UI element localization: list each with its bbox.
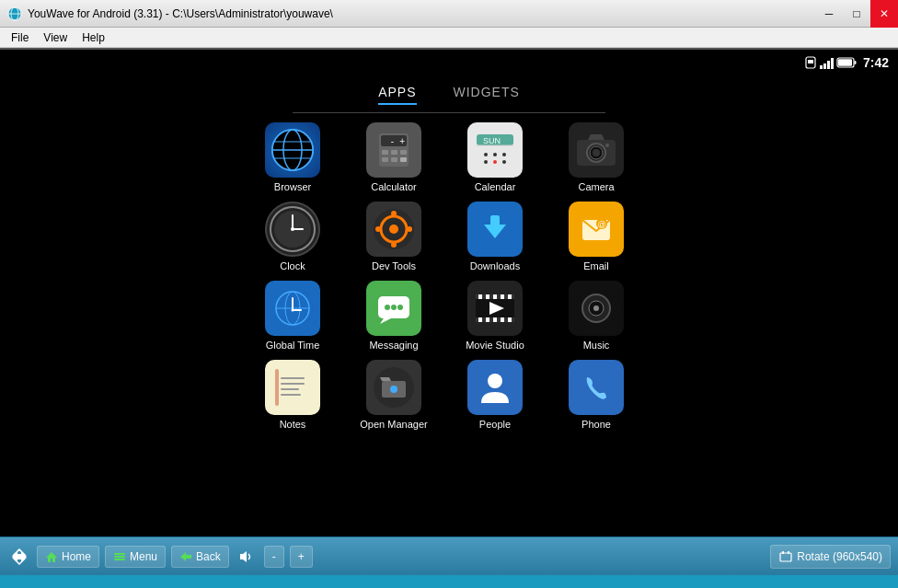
people-icon: [467, 360, 523, 415]
notes-label: Notes: [280, 419, 306, 430]
app-openmanager[interactable]: Open Manager: [352, 360, 435, 430]
svg-rect-5: [808, 60, 813, 63]
app-container: APPS WIDGETS Browse: [0, 75, 898, 536]
svg-rect-77: [478, 294, 482, 299]
svg-rect-97: [275, 369, 279, 406]
svg-rect-111: [114, 559, 125, 560]
app-devtools[interactable]: Dev Tools: [352, 202, 435, 271]
svg-rect-114: [780, 553, 791, 561]
svg-point-46: [291, 227, 294, 231]
music-icon: [569, 281, 624, 336]
svg-point-50: [391, 211, 397, 216]
app-globaltime[interactable]: Global Time: [251, 281, 334, 351]
app-camera[interactable]: Camera: [555, 122, 638, 192]
svg-rect-109: [114, 553, 125, 555]
status-icons: 7:42: [804, 55, 889, 70]
back-button[interactable]: Back: [171, 546, 229, 568]
rotate-button[interactable]: Rotate (960x540): [770, 545, 891, 569]
volume-icon: [235, 545, 259, 569]
app-phone[interactable]: Phone: [555, 360, 638, 430]
svg-rect-86: [508, 317, 512, 322]
volume-up-button[interactable]: +: [290, 546, 313, 568]
email-icon: @: [569, 202, 624, 257]
browser-icon: [265, 122, 320, 178]
app-people[interactable]: People: [454, 360, 536, 430]
app-downloads[interactable]: Downloads: [454, 202, 536, 271]
tabs-row: APPS WIDGETS: [378, 85, 520, 105]
svg-point-49: [389, 225, 398, 234]
svg-rect-96: [281, 394, 301, 396]
menu-bar: File View Help: [0, 28, 898, 48]
svg-rect-92: [277, 369, 308, 406]
globaltime-icon: [265, 281, 320, 336]
app-calculator[interactable]: + - Calculator: [352, 122, 435, 192]
tab-apps[interactable]: APPS: [378, 85, 416, 105]
app-email[interactable]: @ Email: [555, 202, 638, 271]
svg-rect-94: [281, 383, 305, 385]
sim-icon: [804, 56, 817, 69]
svg-marker-37: [588, 134, 604, 140]
svg-rect-83: [486, 317, 489, 322]
svg-marker-113: [240, 551, 247, 562]
minimize-button[interactable]: ─: [815, 0, 843, 28]
battery-icon: [836, 56, 857, 69]
maximize-button[interactable]: □: [843, 0, 870, 28]
svg-point-41: [605, 144, 609, 147]
openmanager-icon: [366, 360, 421, 415]
svg-point-32: [502, 153, 506, 156]
app-notes[interactable]: Notes: [251, 360, 334, 430]
devtools-label: Dev Tools: [372, 260, 416, 271]
menu-help[interactable]: Help: [75, 29, 112, 46]
messaging-label: Messaging: [369, 340, 418, 351]
back-label: Back: [196, 550, 221, 563]
svg-rect-79: [493, 294, 497, 299]
android-screen: 7:42 APPS WIDGETS: [0, 50, 898, 536]
rotate-label: Rotate (960x540): [797, 550, 882, 563]
svg-rect-93: [281, 377, 305, 379]
clock-label: Clock: [280, 260, 305, 271]
svg-marker-112: [180, 552, 191, 561]
svg-point-71: [391, 305, 397, 310]
tab-widgets[interactable]: WIDGETS: [454, 85, 520, 105]
svg-rect-82: [478, 317, 482, 322]
status-bar: 7:42: [0, 50, 898, 75]
svg-rect-95: [281, 388, 299, 390]
app-browser[interactable]: Browser: [251, 122, 334, 192]
downloads-label: Downloads: [470, 260, 520, 271]
phone-label: Phone: [581, 419, 611, 430]
svg-rect-84: [493, 317, 497, 322]
svg-rect-80: [501, 294, 504, 299]
svg-point-52: [375, 226, 381, 232]
close-button[interactable]: ✕: [870, 0, 898, 28]
app-messaging[interactable]: Messaging: [352, 281, 435, 351]
signal-icon: [820, 56, 834, 69]
calendar-label: Calendar: [475, 181, 516, 192]
camera-label: Camera: [578, 181, 614, 192]
svg-marker-100: [380, 377, 391, 381]
home-button[interactable]: Home: [37, 546, 99, 568]
app-moviestudio[interactable]: Movie Studio: [454, 281, 536, 351]
menu-view[interactable]: View: [36, 29, 75, 46]
app-music[interactable]: Music: [555, 281, 638, 351]
svg-rect-81: [508, 294, 512, 299]
svg-point-53: [407, 226, 412, 232]
svg-rect-21: [391, 150, 397, 155]
menu-button[interactable]: Menu: [105, 546, 166, 568]
app-clock[interactable]: Clock: [251, 202, 334, 271]
svg-point-91: [593, 306, 599, 311]
app-calendar[interactable]: SUN Calendar: [454, 122, 536, 192]
svg-point-72: [397, 305, 403, 310]
svg-point-33: [484, 160, 488, 164]
svg-rect-22: [400, 150, 407, 155]
svg-point-70: [385, 305, 390, 310]
home-label: Home: [62, 550, 91, 563]
openmanager-label: Open Manager: [360, 419, 427, 430]
menu-file[interactable]: File: [4, 29, 36, 46]
calculator-icon: + -: [366, 122, 421, 178]
calendar-icon: SUN: [467, 122, 523, 178]
volume-down-button[interactable]: -: [264, 546, 284, 568]
app-icon: [7, 6, 22, 21]
browser-label: Browser: [274, 181, 311, 192]
taskbar: Home Menu Back - +: [0, 536, 898, 575]
svg-point-35: [502, 160, 506, 164]
